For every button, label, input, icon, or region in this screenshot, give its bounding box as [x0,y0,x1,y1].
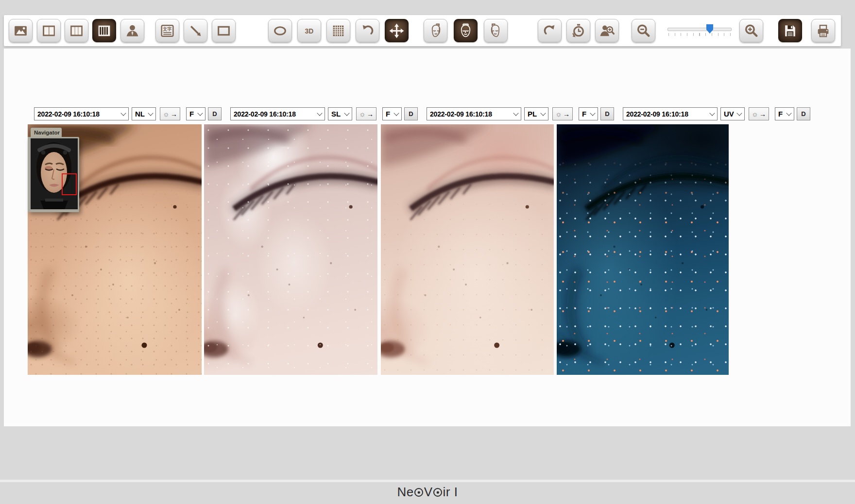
panel-4-mode-value: UV [724,110,734,118]
panel-2-filter-value: F [386,110,390,118]
face-view-right-button[interactable] [484,19,508,42]
brand-logo: NeVir I [0,485,855,500]
arrow-right-icon: → [367,111,374,118]
chevron-down-icon [197,110,203,116]
bulb-icon: ☼ [163,110,170,118]
three-pane-layout-button[interactable] [65,19,88,42]
redo-arrow-icon [542,23,558,39]
logo-o-icon [433,488,442,497]
panel-4-detail-button[interactable]: D [797,107,810,120]
panel-2-date-value: 2022-02-09 16:10:18 [234,110,296,118]
3d-label: 3D [301,23,317,39]
patient-register-button[interactable] [595,19,619,42]
panel-2-filter-select[interactable]: F [382,107,402,120]
grid-overlay-button[interactable] [326,19,350,42]
save-button[interactable] [778,19,802,42]
printer-icon [815,23,831,39]
patient-profile-button[interactable] [120,19,144,42]
skin-image-sl[interactable] [204,124,377,375]
panel-1-mode-select[interactable]: NL [132,107,156,120]
line-annotation-button[interactable] [184,19,207,42]
face-view-front-button[interactable] [454,19,478,42]
panel-2-controls: 2022-02-09 16:10:18 SL ☼→ F D [230,107,418,120]
chevron-down-icon [709,110,715,116]
magnifier-minus-icon [635,23,651,39]
panel-3-detail-button[interactable]: D [600,107,614,120]
zoom-slider-track[interactable] [667,28,732,31]
rectangle-annotation-button[interactable] [212,19,236,42]
panel-1-date-select[interactable]: 2022-02-09 16:10:18 [34,107,129,120]
diagonal-arrow-icon [188,23,204,39]
panel-3-controls: 2022-02-09 16:10:18 PL ☼→ F D [427,107,614,120]
person-icon [124,23,140,39]
skin-image-pl[interactable] [381,124,554,375]
ellipse-annotation-button[interactable] [268,19,292,42]
two-pane-layout-icon [41,23,57,39]
panel-4-filter-value: F [778,110,783,118]
chevron-down-icon [317,110,322,116]
panel-4-lighting-button[interactable]: ☼→ [749,107,769,120]
undo-button[interactable] [356,19,379,42]
panel-3-mode-value: PL [528,110,537,118]
viewer-area: 2022-02-09 16:10:18 NL ☼→ F D 2022-02-09… [4,49,851,426]
panel-3-lighting-button[interactable]: ☼→ [552,107,573,120]
single-image-view-button[interactable] [9,19,33,42]
print-button[interactable] [811,19,835,42]
chevron-down-icon [120,110,126,116]
zoom-slider-handle[interactable] [706,24,713,34]
brand-text-seg3: ir I [443,485,458,499]
chevron-down-icon [540,110,546,116]
navigator-viewport-box[interactable] [62,173,77,195]
panel-2-date-select[interactable]: 2022-02-09 16:10:18 [230,107,325,120]
pan-move-button[interactable] [385,19,409,42]
panel-3-filter-value: F [582,110,586,118]
skin-image-uv[interactable] [557,124,729,375]
person-magnifier-icon [599,23,615,39]
face-front-icon [458,23,474,39]
three-d-view-button[interactable]: 3D [297,19,321,42]
chevron-down-icon [344,110,349,116]
panel-2-lighting-button[interactable]: ☼→ [356,107,376,120]
panel-4-date-value: 2022-02-09 16:10:18 [626,110,688,118]
capture-history-button[interactable] [566,19,590,42]
panel-1-date-value: 2022-02-09 16:10:18 [37,110,100,118]
panel-2-mode-select[interactable]: SL [328,107,352,120]
two-pane-layout-button[interactable] [37,19,61,42]
arrow-right-icon: → [563,111,570,118]
panel-4-date-select[interactable]: 2022-02-09 16:10:18 [623,107,718,120]
logo-o-icon [414,488,423,497]
move-arrows-icon [389,23,405,39]
panel-3-date-select[interactable]: 2022-02-09 16:10:18 [427,107,521,120]
chevron-down-icon [590,110,595,116]
panel-3-mode-select[interactable]: PL [524,107,548,120]
floppy-disk-icon [782,23,798,39]
ellipse-icon [272,23,288,39]
svg-text:3D: 3D [305,27,314,34]
text-annotation-icon: 文字 [159,23,175,39]
main-toolbar: 文字 3D [4,15,841,46]
panel-2-mode-value: SL [331,110,341,118]
panel-1-detail-button[interactable]: D [208,107,222,120]
svg-text:文字: 文字 [162,26,172,31]
face-view-left-button[interactable] [424,19,447,42]
panel-3-filter-select[interactable]: F [579,107,598,120]
text-annotation-button[interactable]: 文字 [155,19,179,42]
arrow-right-icon: → [759,111,766,118]
chevron-down-icon [786,110,791,116]
zoom-in-button[interactable] [739,19,763,42]
zoom-slider [665,19,734,42]
four-pane-layout-button[interactable] [92,19,116,42]
face-right-icon [488,23,504,39]
panel-2-detail-button[interactable]: D [404,107,418,120]
panel-4-mode-select[interactable]: UV [720,107,745,120]
panel-1-lighting-button[interactable]: ☼→ [160,107,180,120]
navigator-tab[interactable]: Navigator [31,128,62,137]
panel-4-filter-select[interactable]: F [775,107,794,120]
navigator-panel: Navigator [28,128,79,212]
zoom-out-button[interactable] [632,19,655,42]
face-left-icon [428,23,444,39]
redo-button[interactable] [538,19,562,42]
panel-1-filter-select[interactable]: F [186,107,205,120]
undo-arrow-icon [359,23,376,39]
navigator-thumbnail[interactable] [31,138,78,209]
